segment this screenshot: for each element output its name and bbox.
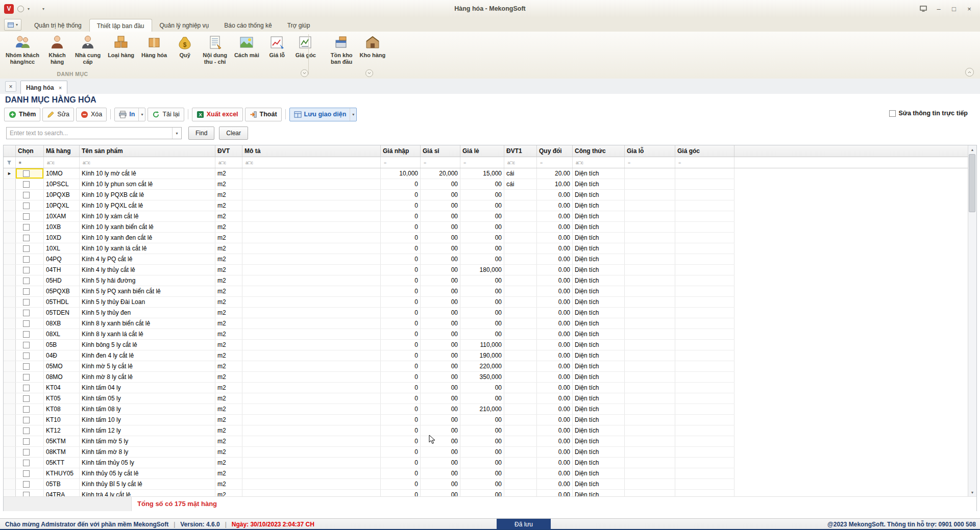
ribbon-item-3[interactable]: Loại hàng xyxy=(104,33,138,59)
column-header-dvt[interactable]: ĐVT xyxy=(215,145,242,157)
checkbox-icon[interactable] xyxy=(23,224,30,231)
checkbox-icon[interactable] xyxy=(23,363,30,370)
chevron-down-icon[interactable]: ▾ xyxy=(28,7,30,11)
checkbox-icon[interactable] xyxy=(23,385,30,391)
table-row[interactable]: 05TDENKính 5 ly thủy đenm2000000.00Diện … xyxy=(4,308,734,318)
filter-cell-cong-thuc[interactable]: a□c xyxy=(573,157,625,168)
ribbon-item-4[interactable]: Hàng hóa xyxy=(138,33,170,59)
cell-chon[interactable] xyxy=(16,233,44,243)
chevron-down-icon[interactable]: ▾ xyxy=(350,108,356,121)
checkbox-icon[interactable] xyxy=(23,310,30,316)
row-selector[interactable] xyxy=(4,318,16,329)
table-row[interactable]: 05PQXBKính 5 ly PQ xanh biển cắt lẻm2000… xyxy=(4,286,734,297)
column-header-gia-lo[interactable]: Gia lỗ xyxy=(625,145,675,157)
filter-cell-quy-doi[interactable]: = xyxy=(537,157,573,168)
cell-chon[interactable] xyxy=(16,361,44,371)
column-header-gia-si[interactable]: Giá sỉ xyxy=(421,145,460,157)
table-row[interactable]: 10XAMKính 10 ly xám cắt lẻm2000000.00Diệ… xyxy=(4,211,734,222)
row-indicator-icon[interactable]: ► xyxy=(4,168,16,179)
row-selector[interactable] xyxy=(4,286,16,296)
chevron-down-icon[interactable]: ▾ xyxy=(172,128,181,139)
checkbox-icon[interactable] xyxy=(23,170,30,177)
edit-button[interactable]: Sửa xyxy=(42,108,74,121)
table-row[interactable]: 10XDKính 10 ly xanh đen cắt lẻm2000000.0… xyxy=(4,233,734,243)
delete-button[interactable]: Xóa xyxy=(76,108,107,121)
cell-chon[interactable] xyxy=(16,404,44,414)
row-selector[interactable] xyxy=(4,490,16,496)
row-selector[interactable] xyxy=(4,265,16,275)
row-selector[interactable] xyxy=(4,479,16,489)
checkbox-icon[interactable] xyxy=(23,213,30,220)
row-selector[interactable] xyxy=(4,275,16,286)
ribbon-item-0[interactable]: Nhóm khách hàng/ncc xyxy=(2,33,43,65)
checkbox-icon[interactable] xyxy=(23,235,30,241)
quick-access-circle-icon[interactable] xyxy=(17,6,24,12)
table-row[interactable]: KT12Kính tấm 12 lym2000000.00Diện tích xyxy=(4,425,734,436)
print-button[interactable]: In ▾ xyxy=(114,108,145,121)
column-header-ten-san-pham[interactable]: Tên sản phẩm xyxy=(80,145,215,157)
minimize-button[interactable]: – xyxy=(931,0,946,17)
table-row[interactable]: 05KTTKính tấm thủy 05 lym2000000.00Diện … xyxy=(4,458,734,468)
row-selector[interactable] xyxy=(4,200,16,211)
checkbox-icon[interactable] xyxy=(23,395,30,402)
cell-chon[interactable] xyxy=(16,393,44,403)
cell-chon[interactable] xyxy=(16,222,44,232)
checkbox-icon[interactable] xyxy=(889,110,896,117)
close-tab-icon[interactable]: × xyxy=(59,85,62,91)
filter-cell-gia-goc[interactable]: = xyxy=(675,157,734,168)
cell-chon[interactable] xyxy=(16,168,44,179)
table-row[interactable]: 10PSCLKính 10 ly phun sơn cắt lẻm200000c… xyxy=(4,179,734,190)
table-row[interactable]: 04THKính 4 ly thủy cắt lẻm2000180,0000.0… xyxy=(4,265,734,275)
cell-chon[interactable] xyxy=(16,265,44,275)
table-row[interactable]: 10XBKính 10 ly xanh biển cắt lẻm2000000.… xyxy=(4,222,734,233)
close-all-tabs-button[interactable]: × xyxy=(5,81,16,92)
row-selector[interactable] xyxy=(4,425,16,436)
filter-cell-gia-lo[interactable]: = xyxy=(625,157,675,168)
checkbox-icon[interactable] xyxy=(23,460,30,466)
cell-chon[interactable] xyxy=(16,308,44,318)
checkbox-icon[interactable] xyxy=(23,256,30,263)
checkbox-icon[interactable] xyxy=(23,449,30,456)
row-selector[interactable] xyxy=(4,393,16,403)
cell-chon[interactable] xyxy=(16,340,44,350)
row-selector[interactable] xyxy=(4,468,16,478)
close-button[interactable]: × xyxy=(962,0,977,17)
ribbon-item-5[interactable]: $Quỹ xyxy=(170,33,199,59)
table-row[interactable]: 10PQXBKính 10 ly PQXB cắt lẻm2000000.00D… xyxy=(4,190,734,200)
row-selector[interactable] xyxy=(4,190,16,200)
cell-chon[interactable] xyxy=(16,372,44,382)
checkbox-icon[interactable] xyxy=(23,481,30,488)
checkbox-icon[interactable] xyxy=(23,417,30,423)
cell-chon[interactable] xyxy=(16,318,44,329)
checkbox-icon[interactable] xyxy=(23,192,30,198)
fullscreen-icon[interactable] xyxy=(916,0,931,17)
column-header-gia-le[interactable]: Giá lẻ xyxy=(460,145,504,157)
ribbon-item-10[interactable]: Tồn kho ban đầu xyxy=(327,33,356,65)
ribbon-item-6[interactable]: Nội dung thu - chi xyxy=(199,33,231,65)
inline-edit-checkbox[interactable]: Sửa thông tin trực tiếp xyxy=(889,110,968,117)
filter-cell-ten-san-pham[interactable]: a□c xyxy=(80,157,215,168)
checkbox-icon[interactable] xyxy=(23,181,30,188)
filter-cell-ma-hang[interactable]: a□c xyxy=(44,157,80,168)
row-selector[interactable] xyxy=(4,211,16,221)
table-row[interactable]: 05THDLKính 5 ly thủy Đài Loanm2000000.00… xyxy=(4,297,734,308)
cell-chon[interactable] xyxy=(16,179,44,189)
checkbox-icon[interactable] xyxy=(23,427,30,434)
tab-hang-hoa[interactable]: Hàng hóa × xyxy=(20,81,67,94)
filter-cell-dvt[interactable]: a□c xyxy=(215,157,242,168)
table-row[interactable]: 05TBKính thủy Bỉ 5 ly cắt lẻm2000000.00D… xyxy=(4,479,734,490)
ribbon-tab-2[interactable]: Quản lý nghiệp vụ xyxy=(152,19,217,32)
cell-chon[interactable] xyxy=(16,383,44,393)
scrollbar-thumb[interactable] xyxy=(969,154,975,212)
ribbon-item-7[interactable]: Cách mài xyxy=(231,33,263,59)
checkbox-icon[interactable] xyxy=(23,406,30,413)
checkbox-icon[interactable] xyxy=(23,492,30,497)
checkbox-icon[interactable] xyxy=(23,470,30,477)
row-selector[interactable] xyxy=(4,297,16,307)
ribbon-item-2[interactable]: Nhà cung cấp xyxy=(71,33,104,65)
ribbon-tab-4[interactable]: Trợ giúp xyxy=(280,19,318,32)
ribbon-item-8[interactable]: Giá lỗ xyxy=(263,33,291,59)
table-row[interactable]: KT04Kính tấm 04 lym2000000.00Diện tích xyxy=(4,383,734,393)
search-input[interactable] xyxy=(7,128,172,139)
ribbon-tab-1[interactable]: Thiết lập ban đầu xyxy=(89,19,152,32)
